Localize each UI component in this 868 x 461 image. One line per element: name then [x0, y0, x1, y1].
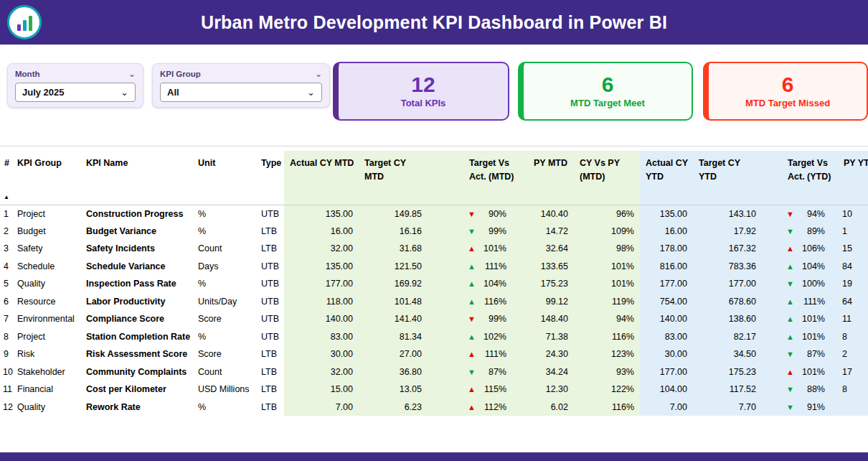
cell-kpi-name: Rework Rate [83, 399, 192, 416]
col-header-index[interactable]: # ▲ [0, 151, 14, 205]
cell-py-mtd: 32.64 [528, 240, 574, 258]
cell-py-mtd: 71.38 [528, 328, 574, 346]
cell-actual-cy-ytd: 83.00 [640, 328, 693, 346]
table-row: 6ResourceLabor ProductivityUnits/DayUTB1… [0, 293, 868, 311]
mtd-target-missed-value: 6 [782, 74, 794, 96]
cell-unit: % [192, 399, 255, 416]
sort-ascending-icon[interactable]: ▲ [4, 193, 9, 202]
cell-target-cy-ytd: 117.52 [693, 381, 762, 399]
col-header-target-cy-mtd[interactable]: Target CY MTD [359, 151, 428, 205]
cell-kpi-name: Inspection Pass Rate [83, 275, 192, 293]
cell-index: 10 [0, 363, 14, 381]
cell-target-vs-actual-mtd: ▲101% [428, 240, 528, 258]
col-header-target-vs-actual-ytd[interactable]: Target Vs Act. (YTD) [762, 151, 838, 205]
cell-target-vs-actual-mtd-value: 102% [478, 332, 506, 342]
cell-kpi-name: Station Completion Rate [83, 328, 192, 346]
cell-py-mtd: 34.24 [528, 363, 574, 381]
cell-type: LTB [255, 240, 284, 258]
chevron-down-icon[interactable]: ⌄ [128, 70, 136, 78]
col-header-actual-cy-ytd[interactable]: Actual CY YTD [640, 151, 693, 205]
cell-actual-cy-ytd: 30.00 [640, 345, 693, 363]
col-header-unit[interactable]: Unit [192, 151, 255, 205]
month-dropdown[interactable]: July 2025 ⌄ [15, 83, 136, 102]
cell-index: 9 [0, 345, 14, 363]
arrow-down-icon: ▼ [468, 227, 478, 236]
cell-cy-vs-py-mtd: 122% [574, 381, 640, 399]
divider [0, 146, 868, 146]
col-header-py-ytd[interactable]: PY YTD [838, 151, 868, 205]
cell-target-vs-actual-ytd: ▲101% [762, 328, 838, 346]
cell-type: LTB [255, 381, 284, 399]
cell-target-vs-actual-mtd-value: 104% [478, 279, 506, 289]
cell-target-vs-actual-mtd: ▼90% [428, 205, 528, 223]
col-header-kpi-group[interactable]: KPI Group [14, 151, 83, 205]
arrow-up-icon: ▲ [786, 297, 796, 306]
cell-actual-cy-ytd: 816.00 [640, 258, 693, 276]
chevron-down-icon[interactable]: ⌄ [315, 70, 322, 78]
cell-actual-cy-ytd: 135.00 [640, 205, 693, 223]
cell-actual-cy-mtd: 32.00 [284, 363, 359, 381]
cell-index: 2 [0, 223, 14, 241]
arrow-down-icon: ▼ [468, 315, 478, 323]
cell-kpi-name: Budget Variance [83, 223, 192, 241]
cell-unit: % [192, 275, 255, 293]
cell-target-vs-actual-mtd-value: 90% [478, 209, 506, 219]
cell-cy-vs-py-mtd: 94% [574, 310, 640, 328]
mtd-target-missed-label: MTD Target Missed [745, 98, 830, 108]
arrow-up-icon: ▲ [786, 368, 796, 376]
table-row: 3SafetySafety IncidentsCountLTB32.0031.6… [0, 240, 868, 258]
cell-kpi-group: Safety [14, 240, 83, 258]
logo [7, 5, 42, 39]
cell-target-vs-actual-mtd-value: 112% [478, 402, 506, 412]
mtd-target-meet-label: MTD Target Meet [570, 98, 645, 108]
col-header-actual-cy-mtd[interactable]: Actual CY MTD [284, 151, 359, 205]
cell-target-vs-actual-ytd: ▼94% [762, 205, 838, 223]
col-header-target-vs-actual-mtd[interactable]: Target Vs Act. (MTD) [428, 151, 528, 205]
arrow-up-icon: ▲ [786, 244, 796, 253]
header-bar: Urban Metro Development KPI Dashboard in… [0, 0, 868, 45]
cell-py-mtd: 12.30 [528, 381, 574, 399]
cell-unit: Score [192, 345, 255, 363]
page-title: Urban Metro Development KPI Dashboard in… [201, 12, 667, 33]
cell-actual-cy-mtd: 118.00 [284, 293, 359, 311]
col-header-kpi-name[interactable]: KPI Name [83, 151, 192, 205]
cell-target-cy-mtd: 101.48 [359, 293, 428, 311]
cell-target-vs-actual-ytd: ▲104% [762, 258, 838, 276]
cell-target-cy-ytd: 138.60 [693, 310, 762, 328]
arrow-down-icon: ▼ [786, 403, 796, 411]
cell-py-ytd [838, 399, 868, 416]
cell-cy-vs-py-mtd: 109% [574, 223, 640, 241]
cell-cy-vs-py-mtd: 116% [574, 399, 640, 416]
cell-target-vs-actual-mtd-value: 115% [478, 384, 506, 394]
arrow-down-icon: ▼ [468, 210, 478, 218]
table-row: 2BudgetBudget Variance%LTB16.0016.16▼99%… [0, 223, 868, 241]
arrow-up-icon: ▲ [468, 403, 478, 411]
kpi-group-dropdown[interactable]: All ⌄ [160, 83, 322, 102]
cell-type: LTB [255, 223, 284, 241]
kpi-group-slicer-header: KPI Group ⌄ [160, 70, 322, 78]
cell-target-vs-actual-ytd-value: 111% [796, 297, 825, 307]
cell-kpi-group: Quality [14, 275, 83, 293]
mtd-target-meet-value: 6 [602, 74, 614, 96]
cell-target-vs-actual-ytd: ▼100% [762, 275, 838, 293]
arrow-up-icon: ▲ [786, 262, 796, 271]
cell-py-ytd: 19 [838, 275, 868, 293]
chevron-down-icon: ⌄ [121, 88, 128, 97]
col-header-py-mtd[interactable]: PY MTD [528, 151, 574, 205]
cell-target-cy-mtd: 13.05 [359, 381, 428, 399]
cell-unit: Units/Day [192, 293, 255, 311]
arrow-up-icon: ▲ [468, 262, 478, 271]
cell-target-cy-ytd: 143.10 [693, 205, 762, 223]
cell-target-cy-mtd: 141.40 [359, 310, 428, 328]
col-header-target-cy-ytd[interactable]: Target CY YTD [693, 151, 762, 205]
cell-target-vs-actual-mtd: ▼87% [428, 363, 528, 381]
cell-actual-cy-mtd: 140.00 [284, 310, 359, 328]
cell-target-cy-ytd: 82.17 [693, 328, 762, 346]
total-kpis-label: Total KPIs [401, 98, 446, 108]
arrow-down-icon: ▼ [786, 279, 796, 288]
cell-target-cy-mtd: 27.00 [359, 345, 428, 363]
cell-target-vs-actual-ytd: ▲101% [762, 310, 838, 328]
col-header-type[interactable]: Type [255, 151, 284, 205]
cell-target-cy-mtd: 6.23 [359, 399, 428, 416]
col-header-cy-vs-py-mtd[interactable]: CY Vs PY (MTD) [574, 151, 640, 205]
